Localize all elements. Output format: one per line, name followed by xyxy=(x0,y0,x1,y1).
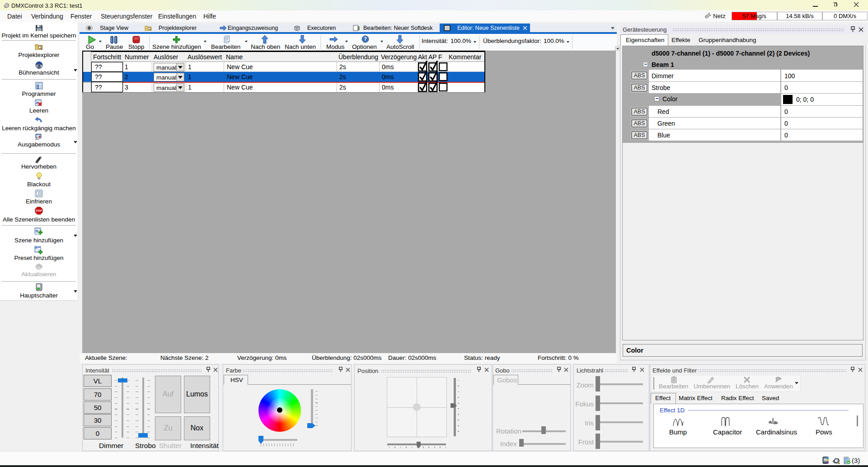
svg-text:?: ? xyxy=(364,36,367,42)
svg-text:STOP: STOP xyxy=(36,209,42,212)
